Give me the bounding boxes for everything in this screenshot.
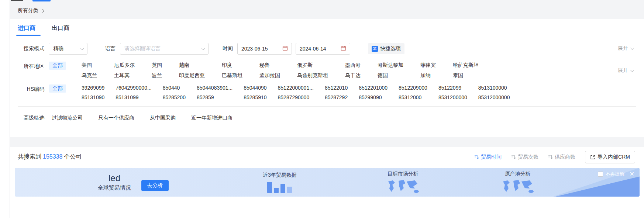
region-item[interactable]: 墨西哥 <box>345 62 361 69</box>
hs-code-item[interactable]: 85044090 <box>244 85 266 91</box>
quick-options-label: 快捷选项 <box>380 45 401 52</box>
region-item[interactable]: 印度尼西亚 <box>179 72 205 79</box>
banner-section-target-market[interactable]: 目标市场分析 <box>385 171 421 194</box>
region-item[interactable]: 乌克兰 <box>82 72 97 79</box>
advanced-options: 过滤物流公司只有一个供应商从中国采购近一年新增进口商 <box>52 115 233 121</box>
mini-bar <box>287 187 292 193</box>
region-item[interactable]: 俄罗斯 <box>297 62 328 69</box>
region-item[interactable]: 哈萨克斯坦 <box>453 62 479 69</box>
hs-code-item[interactable]: 85044083901... <box>197 85 233 91</box>
region-all-tag[interactable]: 全部 <box>49 62 66 70</box>
calendar-icon <box>341 45 346 52</box>
tab-importers[interactable]: 进口商 <box>18 24 35 36</box>
region-item[interactable]: 德国 <box>378 72 403 79</box>
results-number: 155338 <box>43 153 62 160</box>
hs-code-item[interactable]: 8513100000 <box>478 85 510 91</box>
dont-remind-checkbox[interactable] <box>598 172 603 177</box>
sort-trade-time[interactable]: 贸易时间 <box>474 154 502 160</box>
hs-code-item[interactable]: 85299090 <box>359 94 388 100</box>
region-item[interactable]: 乌兹别克斯坦 <box>297 72 328 79</box>
end-date-input[interactable]: 2024-06-14 <box>296 43 350 55</box>
hs-code-item[interactable]: 85312000000 <box>478 94 510 100</box>
region-item[interactable]: 哥斯达黎加 <box>378 62 403 69</box>
language-select[interactable]: 请选择翻译语言 <box>120 43 209 55</box>
hs-code-item[interactable]: 39269099 <box>82 85 104 91</box>
language-label: 语言 <box>105 45 116 52</box>
sort-label: 贸易次数 <box>518 154 538 160</box>
breadcrumb-all-categories[interactable]: 所有分类 <box>18 7 44 14</box>
keyword-block: led 全球贸易情况 <box>98 173 131 191</box>
region-expand-toggle[interactable]: 展开 <box>618 45 633 52</box>
hs-code-item[interactable]: 85285200 <box>163 94 186 100</box>
hs-code-item[interactable]: 85122000001... <box>278 85 314 91</box>
sort-label: 贸易时间 <box>481 154 502 160</box>
time-label: 时间 <box>223 45 233 52</box>
mini-bar <box>274 188 279 193</box>
top-active-tab-underline <box>32 0 51 1</box>
export-icon <box>590 155 595 160</box>
region-label: 所在地区 <box>18 62 44 70</box>
hs-expand-toggle[interactable]: 展开 <box>618 67 633 74</box>
region-item[interactable]: 英国 <box>152 62 162 69</box>
advanced-filter-row: 高级筛选 过滤物流公司只有一个供应商从中国采购近一年新增进口商 <box>18 107 636 121</box>
top-tab-fragment <box>11 0 23 1</box>
region-list: 美国厄瓜多尔英国越南印度秘鲁俄罗斯墨西哥哥斯达黎加菲律宾哈萨克斯坦乌克兰土耳其波… <box>82 62 479 79</box>
chevron-down-icon <box>202 46 205 50</box>
region-item[interactable]: 印度 <box>222 62 242 69</box>
region-item[interactable]: 美国 <box>82 62 97 69</box>
hs-all-tag[interactable]: 全部 <box>49 84 66 93</box>
region-item[interactable]: 土耳其 <box>114 72 135 79</box>
results-prefix: 共搜索到 <box>18 153 41 160</box>
region-item[interactable]: 乌干达 <box>345 72 361 79</box>
region-item[interactable]: 波兰 <box>152 72 162 79</box>
region-item[interactable]: 越南 <box>179 62 205 69</box>
hs-code-item[interactable]: 85312000 <box>399 94 427 100</box>
sort-label: 供应商数 <box>555 154 575 160</box>
tab-exporters[interactable]: 出口商 <box>52 24 69 36</box>
advanced-option[interactable]: 从中国采购 <box>150 115 176 121</box>
region-item[interactable]: 厄瓜多尔 <box>114 62 135 69</box>
hs-code-list: 3926909976042990000...85044085044083901.… <box>82 85 510 100</box>
results-toolbar: 贸易时间 贸易次数 供应商数 导入内部CRM <box>474 151 635 163</box>
search-mode-select[interactable]: 精确 <box>49 43 87 55</box>
results-count: 共搜索到155338个公司 <box>18 153 82 161</box>
hs-code-item[interactable]: 85287292 <box>325 94 348 100</box>
filters-card: 进口商 出口商 搜索模式 精确 语言 请选择翻译语言 时间 <box>10 19 644 137</box>
region-item[interactable]: 孟加拉国 <box>259 72 280 79</box>
world-map-icon <box>385 179 421 194</box>
import-crm-label: 导入内部CRM <box>597 154 630 160</box>
hs-code-item[interactable]: 8512201000 <box>359 85 388 91</box>
results-bar: 共搜索到155338个公司 贸易时间 贸易次数 供应商数 导入内部CRM <box>10 147 644 167</box>
advanced-option[interactable]: 近一年新增进口商 <box>191 115 233 121</box>
hs-code-item[interactable]: 85131099 <box>116 94 151 100</box>
sidebar-edge <box>0 0 10 218</box>
sort-supplier-count[interactable]: 供应商数 <box>548 154 575 160</box>
hs-code-item[interactable]: 85285910 <box>244 94 266 100</box>
region-item[interactable]: 巴基斯坦 <box>222 72 242 79</box>
close-icon[interactable]: ✕ <box>630 171 634 177</box>
hs-code-item[interactable]: 850440 <box>163 85 186 91</box>
sort-trade-count[interactable]: 贸易次数 <box>511 154 538 160</box>
start-date-input[interactable]: 2023-06-15 <box>237 43 292 55</box>
region-item[interactable]: 泰国 <box>453 72 479 79</box>
hs-code-item[interactable]: 8512209000 <box>399 85 427 91</box>
hs-code-item[interactable]: 85131090 <box>82 94 104 100</box>
dismiss-control: 不再提醒 ✕ <box>598 171 634 177</box>
banner-section-origin[interactable]: 原产地分析 <box>500 171 535 194</box>
region-item[interactable]: 秘鲁 <box>259 62 280 69</box>
hs-code-item[interactable]: 8531200000 <box>438 94 467 100</box>
hs-code-item[interactable]: 85122099 <box>438 85 467 91</box>
region-item[interactable]: 加纳 <box>420 72 436 79</box>
hs-code-item[interactable]: 852859 <box>197 94 233 100</box>
hs-code-item[interactable]: 76042990000... <box>116 85 151 91</box>
hs-code-item[interactable]: 85287290000 <box>278 94 314 100</box>
analyze-button[interactable]: 去分析 <box>141 180 169 191</box>
end-date-value: 2024-06-14 <box>300 46 338 52</box>
import-crm-button[interactable]: 导入内部CRM <box>585 151 635 163</box>
advanced-option[interactable]: 只有一个供应商 <box>98 115 134 121</box>
quick-options-button[interactable]: ⌘ 快捷选项 <box>368 43 404 54</box>
advanced-option[interactable]: 过滤物流公司 <box>52 115 83 121</box>
banner-section-trade-data[interactable]: 近3年贸易数据 <box>263 172 297 193</box>
region-item[interactable]: 菲律宾 <box>420 62 436 69</box>
hs-code-item[interactable]: 85122010 <box>325 85 348 91</box>
